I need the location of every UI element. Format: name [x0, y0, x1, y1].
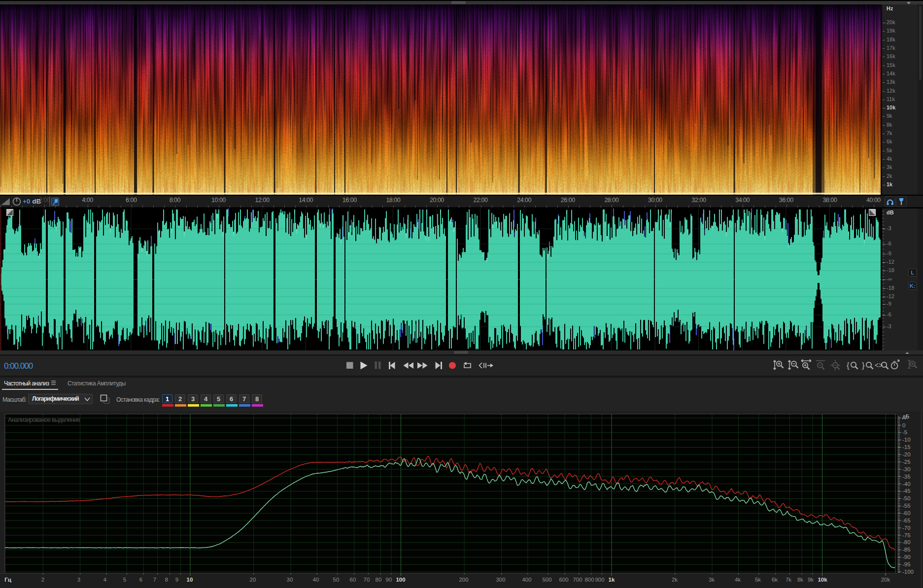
svg-text:{: { — [847, 361, 850, 370]
svg-text:}: } — [862, 361, 865, 370]
